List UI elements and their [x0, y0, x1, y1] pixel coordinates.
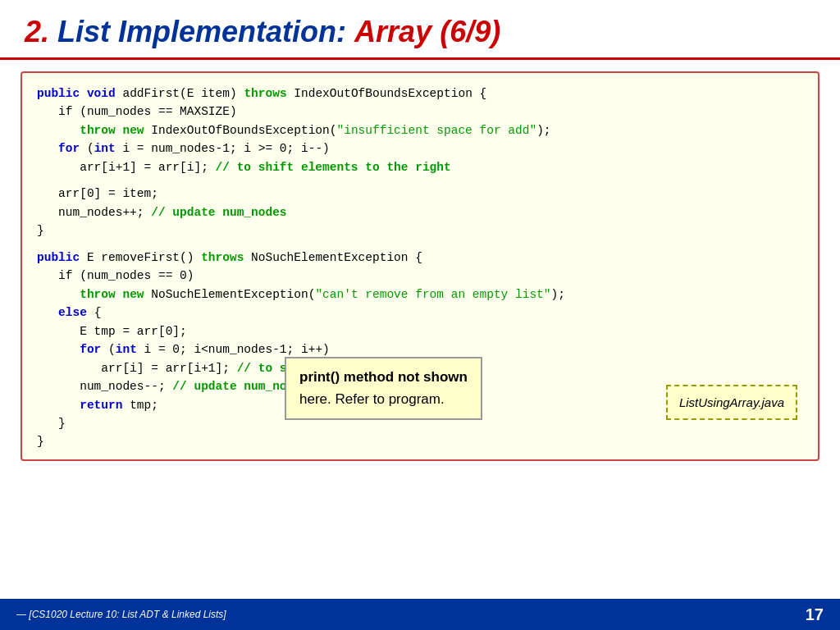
code-line-4: for (int i = num_nodes-1; i >= 0; i--) [37, 139, 803, 158]
slide: 2. List Implementation: Array (6/9) publ… [0, 0, 840, 630]
code-line-m3: throw new NoSuchElementException("can't … [37, 285, 803, 304]
code-line-1: public void addFirst(E item) throws Inde… [37, 84, 803, 103]
code-line-m2: if (num_nodes == 0) [37, 267, 803, 285]
title-main: List Implementation: [57, 15, 346, 48]
note-line2: here. Refer to program. [299, 391, 445, 407]
code-container: public void addFirst(E item) throws Inde… [21, 71, 819, 461]
title-bar: 2. List Implementation: Array (6/9) [0, 0, 840, 60]
note-line1: print() method not shown [299, 369, 468, 385]
code-line-6: arr[0] = item; [37, 185, 803, 203]
title-number: 2. [25, 15, 49, 48]
title-highlight: Array (6/9) [354, 15, 500, 48]
code-line-2: if (num_nodes == MAXSIZE) [37, 103, 803, 121]
file-label: ListUsingArray.java [679, 395, 784, 409]
code-line-m1: public E removeFirst() throws NoSuchElem… [37, 249, 803, 267]
slide-title: 2. List Implementation: Array (6/9) [25, 15, 815, 49]
file-box: ListUsingArray.java [666, 385, 797, 420]
code-line-m11: } [37, 432, 803, 450]
code-line-m4: else { [37, 304, 803, 322]
blank-2 [37, 240, 803, 249]
code-line-m6: for (int i = 0; i<num_nodes-1; i++) [37, 340, 803, 358]
code-line-7: num_nodes++; // update num_nodes [37, 203, 803, 221]
code-line-8: } [37, 221, 803, 240]
code-line-m5: E tmp = arr[0]; [37, 322, 803, 340]
code-line-5: arr[i+1] = arr[i]; // to shift elements … [37, 158, 803, 176]
code-line-3: throw new IndexOutOfBoundsException("ins… [37, 121, 803, 139]
blank-1 [37, 176, 803, 185]
note-box: print() method not shown here. Refer to … [285, 357, 482, 420]
footer-page: 17 [806, 605, 824, 624]
footer: — [CS1020 Lecture 10: List ADT & Linked … [0, 599, 840, 630]
footer-left: — [CS1020 Lecture 10: List ADT & Linked … [16, 609, 226, 620]
